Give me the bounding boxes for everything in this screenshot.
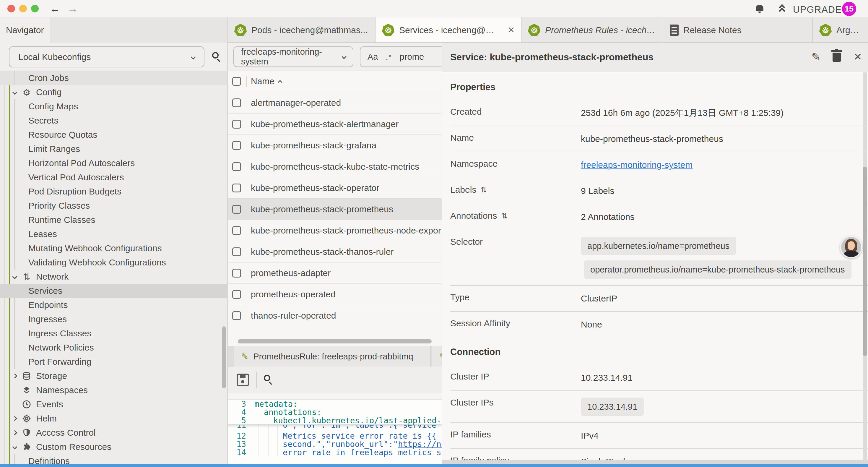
namespace-dropdown[interactable]: freeleaps-monitoring-system <box>234 47 353 67</box>
sidebar-item-cron-jobs[interactable]: Cron Jobs <box>0 71 227 85</box>
row-checkbox[interactable] <box>232 98 241 107</box>
sidebar-item-endpoints[interactable]: Endpoints <box>0 298 227 312</box>
save-icon[interactable] <box>237 374 249 386</box>
delete-trash-icon[interactable] <box>833 53 841 62</box>
table-row[interactable]: prometheus-operated <box>228 284 442 305</box>
sidebar-item-custom-resources[interactable]: Custom Resources <box>0 440 227 454</box>
back-button[interactable]: ← <box>50 2 60 15</box>
sidebar-item-services[interactable]: Services <box>0 284 227 298</box>
tab-3[interactable]: ☸Prometheus Rules - icecheng... <box>522 18 663 42</box>
row-checkbox[interactable] <box>232 183 241 193</box>
table-row[interactable]: kube-prometheus-stack-prometheus-node-ex… <box>228 220 442 241</box>
upgrade-button[interactable]: UPGRADE <box>793 4 842 15</box>
sidebar-item-config[interactable]: ⚙Config <box>0 85 227 99</box>
horizontal-scrollbar[interactable] <box>238 339 432 344</box>
sidebar-scrollbar[interactable] <box>222 326 226 388</box>
row-checkbox[interactable] <box>232 141 241 150</box>
zoom-window-button[interactable] <box>31 5 39 12</box>
table-header[interactable]: Name <box>228 71 442 92</box>
detail-horizontal-scrollbar[interactable] <box>442 460 868 465</box>
row-checkbox[interactable] <box>232 311 241 320</box>
detail-row-created: Created253d 16h 6m ago (2025年1月13日 GMT+8… <box>450 100 868 126</box>
table-row[interactable]: kube-prometheus-stack-alertmanager <box>228 114 442 135</box>
sidebar-item-runtime-classes[interactable]: Runtime Classes <box>0 213 227 227</box>
chevron-down-icon[interactable] <box>12 90 18 95</box>
chevron-right-icon[interactable] <box>12 416 18 421</box>
regex-toggle[interactable]: .* <box>385 52 392 62</box>
sidebar-item-network[interactable]: ⇅Network <box>0 269 227 284</box>
detail-label: Cluster IPs <box>450 398 581 408</box>
minimize-window-button[interactable] <box>19 5 27 12</box>
row-checkbox[interactable] <box>232 205 241 214</box>
table-row[interactable]: alertmanager-operated <box>228 92 442 114</box>
row-checkbox[interactable] <box>232 120 241 128</box>
table-row[interactable]: kube-prometheus-stack-kube-state-metrics <box>228 156 442 177</box>
sidebar-item-limit-ranges[interactable]: Limit Ranges <box>0 142 227 156</box>
sidebar-item-horizontal-pod-autoscalers[interactable]: Horizontal Pod Autoscalers <box>0 156 227 170</box>
editor-tab[interactable]: ✎ PrometheusRule: freeleaps-prod-rabbitm… <box>234 346 430 367</box>
row-checkbox[interactable] <box>232 269 241 278</box>
sidebar-item-events[interactable]: Events <box>0 397 227 411</box>
yaml-editor[interactable]: 3metadata:4annotations:5kubectl.kubernet… <box>228 400 442 467</box>
forward-button[interactable]: → <box>67 2 78 15</box>
sidebar-item-namespaces[interactable]: Namespaces <box>0 383 227 397</box>
detail-scrollbar-thumb[interactable] <box>863 167 867 356</box>
detail-label: Selector <box>450 237 581 247</box>
sidebar-item-helm[interactable]: Helm <box>0 411 227 426</box>
table-row[interactable]: kube-prometheus-stack-thanos-ruler <box>228 241 442 262</box>
chevron-down-icon[interactable] <box>12 274 18 279</box>
sidebar-item-port-forwarding[interactable]: Port Forwarding <box>0 355 227 369</box>
sidebar-item-pod-disruption-budgets[interactable]: Pod Disruption Budgets <box>0 184 227 199</box>
table-row[interactable]: prometheus-adapter <box>228 262 442 284</box>
search-icon[interactable] <box>212 52 219 59</box>
notifications-bell-icon[interactable] <box>756 5 764 11</box>
sidebar-item-vertical-pod-autoscalers[interactable]: Vertical Pod Autoscalers <box>0 170 227 184</box>
close-icon[interactable]: ✕ <box>854 51 862 63</box>
namespace-link[interactable]: freeleaps-monitoring-system <box>581 160 692 170</box>
sort-updown-icon[interactable]: ⇅ <box>501 211 507 220</box>
table-row[interactable]: kube-prometheus-stack-prometheus <box>228 199 442 220</box>
sort-updown-icon[interactable]: ⇅ <box>480 185 487 194</box>
sidebar-item-validating-webhook-configurations[interactable]: Validating Webhook Configurations <box>0 255 227 269</box>
tab-navigator[interactable]: Navigator <box>0 18 51 42</box>
match-case-toggle[interactable]: Aa <box>368 52 378 62</box>
tab-1[interactable]: ☸Pods - icecheng@mathmas... <box>228 18 375 42</box>
sidebar-item-resource-quotas[interactable]: Resource Quotas <box>0 128 227 142</box>
table-row[interactable]: kube-prometheus-stack-grafana <box>228 135 442 156</box>
list-search-input[interactable]: Aa .* prome <box>360 47 442 67</box>
row-checkbox[interactable] <box>232 247 241 256</box>
tab-4[interactable]: Release Notes <box>663 18 813 42</box>
row-checkbox[interactable] <box>232 290 241 299</box>
detail-label-text: IP families <box>450 430 491 439</box>
sidebar-item-ingresses[interactable]: Ingresses <box>0 312 227 326</box>
sort-ascending-icon[interactable] <box>278 80 282 85</box>
chevron-down-icon[interactable] <box>12 444 18 449</box>
editor-tab-partial[interactable]: ✎ <box>432 346 442 367</box>
chevron-right-icon[interactable] <box>12 430 18 435</box>
close-window-button[interactable] <box>7 5 15 12</box>
sidebar-item-priority-classes[interactable]: Priority Classes <box>0 199 227 213</box>
tab-2[interactable]: ☸Services - icecheng@math...✕ <box>375 18 522 42</box>
select-all-checkbox[interactable] <box>232 77 241 86</box>
notification-count-badge[interactable]: 15 <box>842 2 856 16</box>
sidebar-item-access-control[interactable]: Access Control <box>0 426 227 440</box>
collaborator-avatar[interactable] <box>840 236 862 258</box>
table-row[interactable]: thanos-ruler-operated <box>228 305 442 326</box>
tab-5[interactable]: ☸Argo Se <box>813 18 868 42</box>
sidebar-item-storage[interactable]: Storage <box>0 369 227 383</box>
sidebar-item-network-policies[interactable]: Network Policies <box>0 341 227 355</box>
row-checkbox[interactable] <box>232 226 241 235</box>
row-checkbox[interactable] <box>232 162 241 171</box>
edit-pencil-icon[interactable]: ✎ <box>812 51 820 63</box>
editor-search-icon[interactable] <box>264 375 270 381</box>
name-column-header[interactable]: Name <box>251 76 275 86</box>
chevron-right-icon[interactable] <box>12 374 18 379</box>
close-tab-icon[interactable]: ✕ <box>508 25 515 35</box>
sidebar-item-config-maps[interactable]: Config Maps <box>0 99 227 114</box>
sidebar-item-leases[interactable]: Leases <box>0 227 227 241</box>
table-row[interactable]: kube-prometheus-stack-operator <box>228 177 442 199</box>
sidebar-item-secrets[interactable]: Secrets <box>0 114 227 128</box>
sidebar-item-ingress-classes[interactable]: Ingress Classes <box>0 326 227 341</box>
kubeconfig-dropdown[interactable]: Local Kubeconfigs <box>9 47 205 67</box>
sidebar-item-mutating-webhook-configurations[interactable]: Mutating Webhook Configurations <box>0 241 227 255</box>
